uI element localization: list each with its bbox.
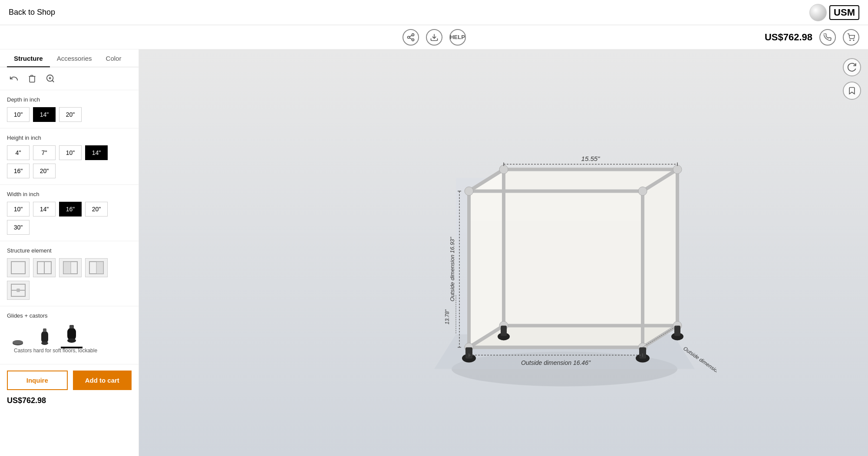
svg-point-7: [853, 40, 854, 41]
svg-rect-60: [465, 347, 472, 358]
back-to-shop-link[interactable]: Back to Shop: [9, 8, 55, 17]
height-16[interactable]: 16": [7, 164, 30, 178]
width-16[interactable]: 16": [59, 202, 82, 217]
struct-door-right[interactable]: [85, 258, 108, 277]
svg-rect-18: [96, 262, 103, 274]
bookmark-icon[interactable]: [843, 82, 861, 100]
castor-hard-option[interactable]: [61, 323, 83, 348]
glides-options: [7, 323, 132, 348]
svg-point-54: [673, 165, 682, 174]
delete-button[interactable]: [25, 72, 39, 85]
toolbar-right: US$762.98: [765, 29, 859, 46]
width-section: Width in inch 10" 14" 16" 20" 30": [0, 185, 139, 241]
logo-ball-icon: [809, 4, 827, 21]
svg-point-25: [41, 341, 48, 345]
toolbar: HELP US$762.98: [0, 25, 868, 49]
download-icon[interactable]: [426, 29, 442, 46]
glide-flat-icon: [7, 326, 29, 348]
svg-rect-26: [43, 328, 46, 332]
logo-text: USM: [829, 5, 859, 20]
width-14[interactable]: 14": [33, 202, 56, 217]
zoom-button[interactable]: [43, 72, 57, 85]
svg-text:Outside dimension 16.46": Outside dimension 16.46": [521, 359, 591, 366]
depth-10[interactable]: 10": [7, 107, 30, 122]
action-buttons: Inquire Add to cart: [0, 364, 139, 396]
structure-element-label: Structure element: [7, 247, 132, 254]
tab-bar: Structure Accessories Color: [0, 49, 139, 67]
right-panel: [843, 58, 861, 100]
struct-shelf[interactable]: [33, 258, 56, 277]
svg-rect-24: [41, 331, 48, 343]
share-icon[interactable]: [403, 29, 419, 46]
struct-drawer[interactable]: [7, 281, 30, 300]
depth-14[interactable]: 14": [33, 107, 56, 122]
svg-rect-16: [63, 262, 71, 274]
svg-rect-21: [17, 289, 20, 292]
width-options: 10" 14" 16" 20" 30": [7, 202, 132, 235]
glides-label: Glides + castors: [7, 312, 132, 319]
svg-point-6: [850, 40, 851, 41]
svg-rect-64: [501, 325, 507, 336]
svg-point-0: [412, 33, 414, 36]
header-price: US$762.98: [765, 32, 812, 43]
svg-text:15.55": 15.55": [581, 154, 600, 162]
castor-soft-icon: [34, 326, 56, 348]
svg-text:13.78": 13.78": [444, 309, 450, 324]
struct-open[interactable]: [7, 258, 30, 277]
height-20[interactable]: 20": [33, 164, 56, 178]
tab-accessories[interactable]: Accessories: [50, 49, 99, 67]
tab-color[interactable]: Color: [99, 49, 129, 67]
svg-rect-12: [11, 262, 25, 274]
add-to-cart-button[interactable]: Add to cart: [73, 371, 132, 390]
height-section: Height in inch 4" 7" 10" 14" 16" 20": [0, 128, 139, 185]
struct-door-left[interactable]: [59, 258, 82, 277]
svg-point-23: [13, 340, 23, 344]
svg-line-3: [409, 38, 412, 39]
svg-line-4: [409, 35, 412, 36]
product-3d-view: 15.55" Outside dimension 16.93" 13.78" O…: [413, 126, 716, 408]
depth-section: Depth in inch 10" 14" 20": [0, 90, 139, 128]
svg-rect-29: [69, 325, 74, 328]
sidebar-price: US$762.98: [0, 396, 139, 411]
svg-point-51: [465, 187, 473, 195]
logo: USM: [809, 4, 859, 21]
sidebar: Structure Accessories Color: [0, 49, 139, 456]
depth-options: 10" 14" 20": [7, 107, 132, 122]
height-4[interactable]: 4": [7, 145, 30, 160]
svg-point-53: [499, 165, 508, 174]
height-14[interactable]: 14": [85, 145, 108, 160]
tab-structure[interactable]: Structure: [7, 49, 50, 67]
width-label: Width in inch: [7, 191, 132, 197]
height-label: Height in inch: [7, 135, 132, 141]
svg-point-1: [407, 36, 409, 38]
svg-text:Outside dimension 16.93": Outside dimension 16.93": [449, 236, 455, 301]
svg-rect-66: [674, 325, 680, 336]
structure-elements-group: [7, 258, 132, 300]
glide-flat-option[interactable]: [7, 326, 29, 348]
cart-icon[interactable]: [843, 29, 859, 46]
depth-20[interactable]: 20": [59, 107, 82, 122]
width-10[interactable]: 10": [7, 202, 30, 217]
svg-rect-62: [639, 347, 646, 358]
contact-icon[interactable]: [819, 29, 836, 46]
depth-label: Depth in inch: [7, 96, 132, 103]
header: Back to Shop USM: [0, 0, 868, 25]
castor-soft-option[interactable]: [34, 326, 56, 348]
viewport[interactable]: 15.55" Outside dimension 16.93" 13.78" O…: [139, 49, 868, 456]
svg-point-28: [67, 338, 76, 343]
height-10[interactable]: 10": [59, 145, 82, 160]
svg-point-52: [638, 187, 647, 195]
toolbar-center-icons: HELP: [403, 29, 466, 46]
width-30[interactable]: 30": [7, 220, 30, 235]
svg-line-9: [52, 80, 54, 82]
svg-point-2: [412, 39, 414, 41]
height-7[interactable]: 7": [33, 145, 56, 160]
undo-button[interactable]: [7, 72, 21, 85]
structure-element-section: Structure element: [0, 241, 139, 306]
help-button[interactable]: HELP: [449, 29, 466, 46]
inquire-button[interactable]: Inquire: [7, 371, 68, 390]
rotate-icon[interactable]: [843, 58, 861, 76]
castor-hard-icon: [61, 323, 83, 345]
product-svg: 15.55" Outside dimension 16.93" 13.78" O…: [413, 126, 716, 408]
width-20[interactable]: 20": [85, 202, 108, 217]
